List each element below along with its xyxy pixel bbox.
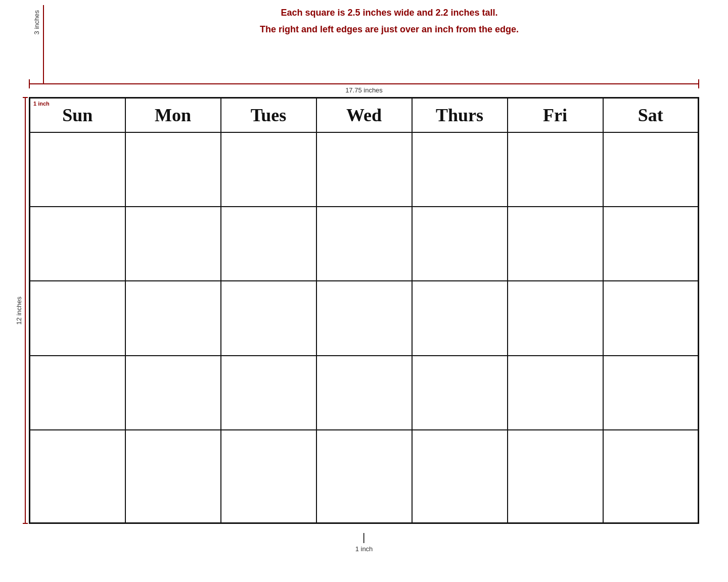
day-header-wed: Wed bbox=[316, 98, 412, 132]
top-height-label: 3 inches bbox=[33, 10, 40, 34]
cell-r3c5 bbox=[412, 281, 508, 355]
cell-r4c4 bbox=[316, 356, 412, 430]
page-wrapper: 3 inches Each square is 2.5 inches wide … bbox=[0, 0, 728, 582]
cell-r2c5 bbox=[412, 207, 508, 281]
cell-r5c5 bbox=[412, 430, 508, 523]
corner-vertical-line bbox=[43, 5, 44, 83]
cell-r1c2 bbox=[125, 132, 221, 207]
bottom-tick bbox=[363, 533, 365, 543]
day-header-sun: 1 inch Sun bbox=[30, 98, 125, 132]
day-label-sun: Sun bbox=[62, 105, 93, 125]
cell-r5c2 bbox=[125, 430, 221, 523]
table-row bbox=[30, 132, 699, 207]
table-row bbox=[30, 430, 699, 523]
cell-r1c7 bbox=[603, 132, 699, 207]
day-header-sat: Sat bbox=[603, 98, 699, 132]
cell-r4c5 bbox=[412, 356, 508, 430]
cell-r1c1 bbox=[30, 132, 125, 207]
top-text-block: Each square is 2.5 inches wide and 2.2 i… bbox=[101, 8, 677, 35]
cell-r1c3 bbox=[221, 132, 316, 207]
edges-text: The right and left edges are just over a… bbox=[101, 24, 677, 35]
width-label: 17.75 inches bbox=[345, 86, 383, 94]
day-header-mon: Mon bbox=[125, 98, 221, 132]
horizontal-ruler: 17.75 inches bbox=[29, 83, 699, 94]
cell-r2c6 bbox=[508, 207, 603, 281]
cell-r1c6 bbox=[508, 132, 603, 207]
cell-r5c3 bbox=[221, 430, 316, 523]
cell-r2c7 bbox=[603, 207, 699, 281]
cell-r2c1 bbox=[30, 207, 125, 281]
cell-r2c2 bbox=[125, 207, 221, 281]
cell-r3c3 bbox=[221, 281, 316, 355]
cell-r5c4 bbox=[316, 430, 412, 523]
height-label: 12 inches bbox=[15, 297, 23, 325]
day-header-thurs: Thurs bbox=[412, 98, 508, 132]
cell-r3c4 bbox=[316, 281, 412, 355]
cell-r2c4 bbox=[316, 207, 412, 281]
cell-r4c6 bbox=[508, 356, 603, 430]
square-size-text: Each square is 2.5 inches wide and 2.2 i… bbox=[101, 8, 677, 18]
top-left-inch-label: 1 inch bbox=[33, 101, 50, 107]
day-header-tues: Tues bbox=[221, 98, 316, 132]
cell-r4c1 bbox=[30, 356, 125, 430]
cell-r2c3 bbox=[221, 207, 316, 281]
calendar-wrapper: 1 inch Sun Mon Tues Wed Thurs Fri Sat bbox=[29, 97, 699, 524]
cell-r3c6 bbox=[508, 281, 603, 355]
left-main-ruler: 12 inches bbox=[15, 97, 26, 524]
cell-r5c1 bbox=[30, 430, 125, 523]
corner-ruler bbox=[43, 5, 44, 83]
table-row bbox=[30, 281, 699, 355]
cell-r4c3 bbox=[221, 356, 316, 430]
cell-r1c4 bbox=[316, 132, 412, 207]
cell-r3c1 bbox=[30, 281, 125, 355]
cell-r4c7 bbox=[603, 356, 699, 430]
table-row bbox=[30, 207, 699, 281]
cell-r4c2 bbox=[125, 356, 221, 430]
bottom-inch-annotation: 1 inch bbox=[355, 533, 373, 553]
cell-r5c6 bbox=[508, 430, 603, 523]
bottom-inch-label: 1 inch bbox=[355, 545, 373, 553]
cell-r5c7 bbox=[603, 430, 699, 523]
cell-r3c7 bbox=[603, 281, 699, 355]
day-header-fri: Fri bbox=[508, 98, 603, 132]
cell-r3c2 bbox=[125, 281, 221, 355]
header-row: 1 inch Sun Mon Tues Wed Thurs Fri Sat bbox=[30, 98, 699, 132]
table-row bbox=[30, 356, 699, 430]
calendar-table: 1 inch Sun Mon Tues Wed Thurs Fri Sat bbox=[29, 97, 699, 524]
cell-r1c5 bbox=[412, 132, 508, 207]
